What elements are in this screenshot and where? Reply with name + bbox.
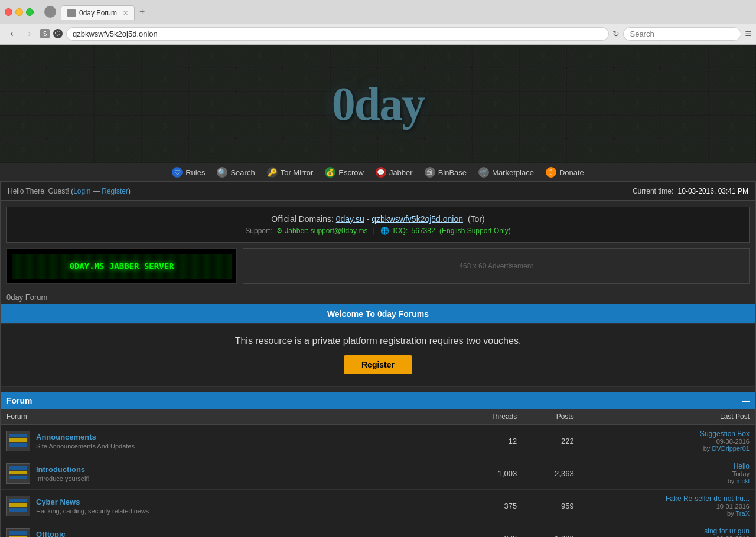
escrow-icon: 💰 [325,167,335,178]
address-input[interactable] [66,27,609,41]
forum-icon [6,463,30,484]
main-content: Hello There, Guest! (Login — Register) C… [0,182,756,537]
traffic-lights [5,8,34,16]
jabber-banner[interactable]: 0DAY.MS JABBER SERVER [6,248,237,284]
page-content: $ 0day 🛡 Rules 🔍 Search 🔑 Tor Mirror 💰 E… [0,45,756,537]
icq-support: 🌐 ICQ: 567382 (English Support Only) [380,227,510,235]
minimize-button[interactable] [15,8,23,16]
table-row: Announcements Site Announcements And Upd… [1,425,755,457]
forum-name[interactable]: Introductions [36,465,90,474]
last-post-author: by DVDripper01 [586,445,750,452]
nav-item-jabber[interactable]: 💬 Jabber [376,167,413,178]
tab-bar: 0day Forum ✕ + [61,4,751,20]
author-link[interactable]: mckl [736,477,750,484]
register-button[interactable]: Register [344,355,412,374]
nav-item-escrow[interactable]: 💰 Escrow [325,167,364,178]
tor-label: (Tor) [468,214,485,224]
nav-label-jabber: Jabber [389,168,413,177]
back-button[interactable]: ‹ [5,27,19,41]
forum-description: Site Announcements And Updates [36,443,135,450]
end-paren: ) [128,187,131,195]
last-post-cell: sing for ur gun 09-28-2016 by Salah al-D… [580,522,755,538]
close-button[interactable] [5,8,12,16]
threads-count: 1,003 [454,457,523,490]
forum-description: Introduce yourself! [36,475,90,482]
tab-title: 0day Forum [79,9,117,17]
last-post-title[interactable]: Suggestion Box [586,430,750,438]
last-post-date: 10-01-2016 [586,503,750,510]
binbase-icon: 🏛 [425,167,435,178]
col-threads: Threads [454,409,523,425]
forum-icon [6,528,30,538]
posts-count: 1,339 [523,522,579,538]
jabber-icon-small: ⚙ [276,227,283,235]
site-logo: 0day [332,77,425,131]
nav-item-marketplace[interactable]: 🛒 Marketplace [478,167,534,178]
table-row: Introductions Introduce yourself! 1,003 … [1,457,755,490]
nav-item-donate[interactable]: ₿ Donate [546,167,584,178]
nav-item-search[interactable]: 🔍 Search [217,167,255,178]
new-tab-button[interactable]: + [135,4,149,20]
search-nav-icon: 🔍 [217,167,227,178]
last-post-title[interactable]: sing for ur gun [586,527,750,535]
browser-menu-button[interactable]: ≡ [745,28,751,40]
forum-name-cell: Introductions Introduce yourself! [1,457,454,490]
tab-close-button[interactable]: ✕ [123,9,128,17]
forum-name[interactable]: Cyber News [36,497,149,506]
forum-breadcrumb: 0day Forum [1,290,755,304]
last-post-cell: Hello Today by mckl [580,457,755,490]
current-time: 10-03-2016, 03:41 PM [678,187,748,195]
nav-label-escrow: Escrow [338,168,364,177]
maximize-button[interactable] [26,8,34,16]
nav-label-rules: Rules [185,168,205,177]
icq-icon-small: 🌐 [380,227,389,235]
forum-info: Introductions Introduce yourself! [36,465,90,482]
greeting-bar: Hello There, Guest! (Login — Register) [8,187,131,195]
jabber-icon: 💬 [376,167,386,178]
domain2-link[interactable]: qzbkwswfv5k2oj5d.onion [372,214,463,224]
domains-dash: - [367,214,372,224]
forum-info: Announcements Site Announcements And Upd… [36,433,135,450]
profile-icon [44,6,56,18]
time-label: Current time: [633,187,673,195]
jabber-address[interactable]: support@0day.ms [311,227,368,235]
nav-item-rules[interactable]: 🛡 Rules [172,167,205,178]
active-tab[interactable]: 0day Forum ✕ [61,5,135,20]
title-bar: 0day Forum ✕ + [0,0,756,24]
table-row: Offtopic Talk about anything here. 278 1… [1,522,755,538]
forum-name-cell: Cyber News Hacking, carding, security re… [1,490,454,522]
last-post-title[interactable]: Fake Re-seller do not tru... [586,495,750,503]
support-sep: | [373,227,375,235]
forward-button[interactable]: › [22,27,37,41]
login-link[interactable]: Login [73,187,90,195]
top-bar: Hello There, Guest! (Login — Register) C… [1,182,755,201]
welcome-title: Welcome To 0day Forums [327,309,429,319]
author-link[interactable]: TraX [736,510,750,517]
domain1-link[interactable]: 0day.su [336,214,364,224]
icq-note: (English Support Only) [439,227,511,235]
welcome-section: Welcome To 0day Forums This resource is … [1,304,755,387]
author-link[interactable]: DVDripper01 [712,445,750,452]
forum-description: Hacking, carding, security related news [36,507,149,515]
nav-item-tor-mirror[interactable]: 🔑 Tor Mirror [267,167,314,178]
site-navigation: 🛡 Rules 🔍 Search 🔑 Tor Mirror 💰 Escrow 💬… [0,163,756,182]
nav-label-binbase: BinBase [438,168,467,177]
search-input[interactable] [623,27,741,41]
last-post-date: Today [586,470,750,477]
nav-item-binbase[interactable]: 🏛 BinBase [425,167,467,178]
forum-name[interactable]: Offtopic [36,530,109,538]
register-link[interactable]: Register [102,187,128,195]
minimize-icon[interactable]: — [742,397,750,405]
banner-area: 0DAY.MS JABBER SERVER 468 x 60 Advertise… [6,248,750,284]
table-row: Cyber News Hacking, carding, security re… [1,490,755,522]
last-post-title[interactable]: Hello [586,462,750,470]
forum-section-title: Forum [6,396,32,405]
refresh-button[interactable]: ↻ [612,29,620,38]
tor-icon: 🔑 [267,167,278,178]
welcome-message: This resource is a private platform regi… [13,336,743,346]
last-post-date: 09-30-2016 [586,438,750,445]
icq-number: 567382 [412,227,435,235]
nav-label-tor: Tor Mirror [281,168,314,177]
posts-count: 2,363 [523,457,579,490]
forum-name[interactable]: Announcements [36,433,135,441]
